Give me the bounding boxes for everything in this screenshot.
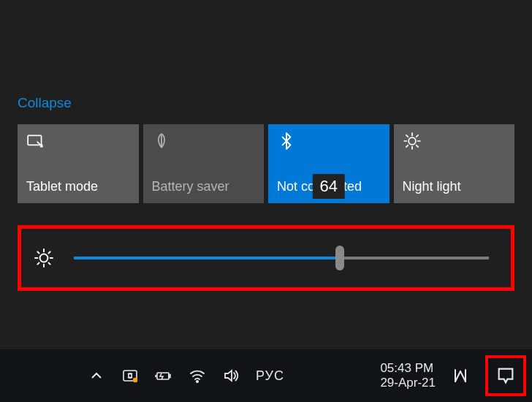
svg-line-28 [460,371,466,382]
night-light-icon [403,132,506,151]
action-center-panel: Collapse Tablet mode Battery saver [18,95,514,291]
brightness-icon [34,249,53,268]
sync-status-icon[interactable] [121,367,139,384]
wifi-icon[interactable] [189,367,206,384]
svg-point-2 [408,137,416,145]
svg-rect-23 [169,375,170,378]
brightness-slider[interactable] [74,257,489,259]
svg-point-24 [197,381,198,382]
quick-action-tiles: Tablet mode Battery saver Not connected … [18,124,514,203]
brightness-value-badge: 64 [313,174,345,199]
svg-line-7 [406,135,407,137]
bluetooth-icon [277,132,381,151]
notification-icon [495,365,516,386]
app-tray-icon[interactable] [452,367,469,384]
clock-time: 05:43 PM [380,361,436,376]
leaf-icon [152,132,256,151]
action-center-button[interactable] [485,355,526,396]
svg-line-18 [37,263,39,265]
taskbar: РУС 05:43 PM 29-Apr-21 [0,349,532,402]
svg-line-8 [416,145,417,147]
svg-line-9 [406,145,407,147]
input-language-indicator[interactable]: РУС [256,368,284,384]
svg-line-10 [416,135,417,137]
tile-night-light[interactable]: Night light [394,124,515,203]
svg-point-21 [133,378,137,382]
battery-charging-icon[interactable] [155,367,172,384]
slider-fill [74,257,340,259]
volume-icon[interactable] [222,367,240,384]
brightness-slider-row [18,225,514,291]
svg-point-11 [40,254,48,262]
tile-label: Battery saver [152,179,256,194]
tray-overflow-chevron-icon[interactable] [88,367,105,384]
tablet-mode-icon [26,132,130,151]
tile-battery-saver[interactable]: Battery saver [143,124,265,203]
tile-label: Night light [403,179,506,194]
slider-thumb[interactable] [335,246,344,270]
svg-line-19 [49,251,50,253]
tile-bluetooth[interactable]: Not connected 64 [268,124,390,203]
tile-tablet-mode[interactable]: Tablet mode [18,124,139,203]
svg-line-17 [49,263,50,265]
tile-label: Tablet mode [26,179,130,194]
svg-line-27 [455,371,460,382]
svg-line-16 [37,251,39,253]
clock-date: 29-Apr-21 [380,376,436,390]
taskbar-clock[interactable]: 05:43 PM 29-Apr-21 [380,361,436,391]
collapse-link[interactable]: Collapse [18,95,72,111]
